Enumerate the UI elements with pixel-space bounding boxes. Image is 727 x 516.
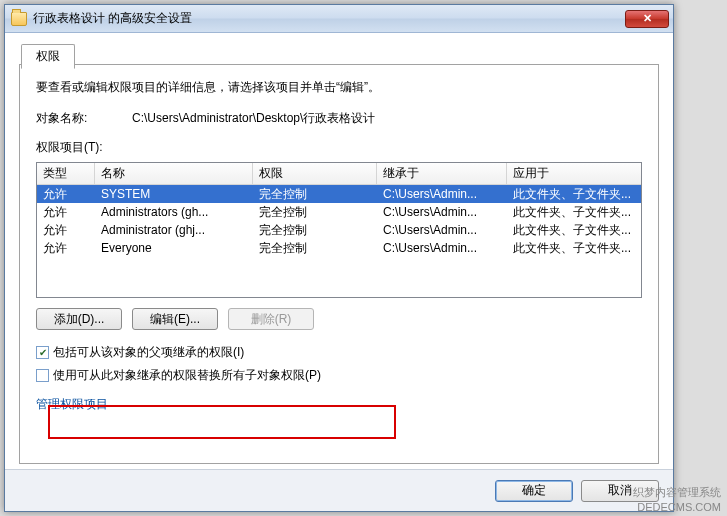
cell-apply: 此文件夹、子文件夹... bbox=[507, 186, 641, 203]
cell-type: 允许 bbox=[37, 240, 95, 257]
table-row[interactable]: 允许Everyone完全控制C:\Users\Admin...此文件夹、子文件夹… bbox=[37, 239, 641, 257]
add-button[interactable]: 添加(D)... bbox=[36, 308, 122, 330]
permission-listview[interactable]: 类型 名称 权限 继承于 应用于 允许SYSTEM完全控制C:\Users\Ad… bbox=[36, 162, 642, 298]
dialog-button-bar: 确定 取消 bbox=[5, 469, 673, 511]
titlebar: 行政表格设计 的高级安全设置 ✕ bbox=[5, 5, 673, 33]
perm-items-label: 权限项目(T): bbox=[36, 139, 642, 156]
cell-inherit: C:\Users\Admin... bbox=[377, 241, 507, 255]
replace-children-row: 使用可从此对象继承的权限替换所有子对象权限(P) bbox=[36, 367, 642, 384]
include-inherit-label: 包括可从该对象的父项继承的权限(I) bbox=[53, 344, 244, 361]
watermark: 织梦内容管理系统 DEDECMS.COM bbox=[633, 485, 721, 514]
col-apply[interactable]: 应用于 bbox=[507, 163, 641, 184]
watermark-line2: DEDECMS.COM bbox=[633, 500, 721, 514]
tab-strip: 权限 bbox=[19, 43, 659, 65]
col-name[interactable]: 名称 bbox=[95, 163, 253, 184]
edit-button[interactable]: 编辑(E)... bbox=[132, 308, 218, 330]
cell-perm: 完全控制 bbox=[253, 240, 377, 257]
object-name-label: 对象名称: bbox=[36, 110, 132, 127]
cell-inherit: C:\Users\Admin... bbox=[377, 187, 507, 201]
object-name-row: 对象名称: C:\Users\Administrator\Desktop\行政表… bbox=[36, 110, 642, 127]
cell-inherit: C:\Users\Admin... bbox=[377, 223, 507, 237]
cell-perm: 完全控制 bbox=[253, 204, 377, 221]
replace-children-checkbox[interactable] bbox=[36, 369, 49, 382]
dialog-window: 行政表格设计 的高级安全设置 ✕ 权限 要查看或编辑权限项目的详细信息，请选择该… bbox=[4, 4, 674, 512]
listview-header: 类型 名称 权限 继承于 应用于 bbox=[37, 163, 641, 185]
include-inherit-row: ✔ 包括可从该对象的父项继承的权限(I) bbox=[36, 344, 642, 361]
folder-icon bbox=[11, 12, 27, 26]
cell-type: 允许 bbox=[37, 222, 95, 239]
remove-button: 删除(R) bbox=[228, 308, 314, 330]
content-area: 权限 要查看或编辑权限项目的详细信息，请选择该项目并单击“编辑”。 对象名称: … bbox=[5, 33, 673, 469]
cell-type: 允许 bbox=[37, 186, 95, 203]
col-inherit[interactable]: 继承于 bbox=[377, 163, 507, 184]
include-inherit-checkbox[interactable]: ✔ bbox=[36, 346, 49, 359]
cell-name: Administrators (gh... bbox=[95, 205, 253, 219]
description-text: 要查看或编辑权限项目的详细信息，请选择该项目并单击“编辑”。 bbox=[36, 79, 642, 96]
window-title: 行政表格设计 的高级安全设置 bbox=[33, 10, 625, 27]
col-type[interactable]: 类型 bbox=[37, 163, 95, 184]
cell-name: Administrator (ghj... bbox=[95, 223, 253, 237]
table-row[interactable]: 允许SYSTEM完全控制C:\Users\Admin...此文件夹、子文件夹..… bbox=[37, 185, 641, 203]
listview-rows: 允许SYSTEM完全控制C:\Users\Admin...此文件夹、子文件夹..… bbox=[37, 185, 641, 257]
cell-perm: 完全控制 bbox=[253, 222, 377, 239]
cell-type: 允许 bbox=[37, 204, 95, 221]
ok-button[interactable]: 确定 bbox=[495, 480, 573, 502]
cell-apply: 此文件夹、子文件夹... bbox=[507, 240, 641, 257]
button-row: 添加(D)... 编辑(E)... 删除(R) bbox=[36, 308, 642, 330]
close-button[interactable]: ✕ bbox=[625, 10, 669, 28]
cell-name: SYSTEM bbox=[95, 187, 253, 201]
cell-perm: 完全控制 bbox=[253, 186, 377, 203]
manage-perm-link[interactable]: 管理权限项目 bbox=[36, 396, 108, 413]
cell-name: Everyone bbox=[95, 241, 253, 255]
cell-apply: 此文件夹、子文件夹... bbox=[507, 222, 641, 239]
object-name-value: C:\Users\Administrator\Desktop\行政表格设计 bbox=[132, 110, 642, 127]
watermark-line1: 织梦内容管理系统 bbox=[633, 485, 721, 499]
replace-children-label: 使用可从此对象继承的权限替换所有子对象权限(P) bbox=[53, 367, 321, 384]
cell-inherit: C:\Users\Admin... bbox=[377, 205, 507, 219]
table-row[interactable]: 允许Administrators (gh...完全控制C:\Users\Admi… bbox=[37, 203, 641, 221]
table-row[interactable]: 允许Administrator (ghj...完全控制C:\Users\Admi… bbox=[37, 221, 641, 239]
tab-permissions[interactable]: 权限 bbox=[21, 44, 75, 69]
col-perm[interactable]: 权限 bbox=[253, 163, 377, 184]
cell-apply: 此文件夹、子文件夹... bbox=[507, 204, 641, 221]
tab-body: 要查看或编辑权限项目的详细信息，请选择该项目并单击“编辑”。 对象名称: C:\… bbox=[19, 64, 659, 464]
